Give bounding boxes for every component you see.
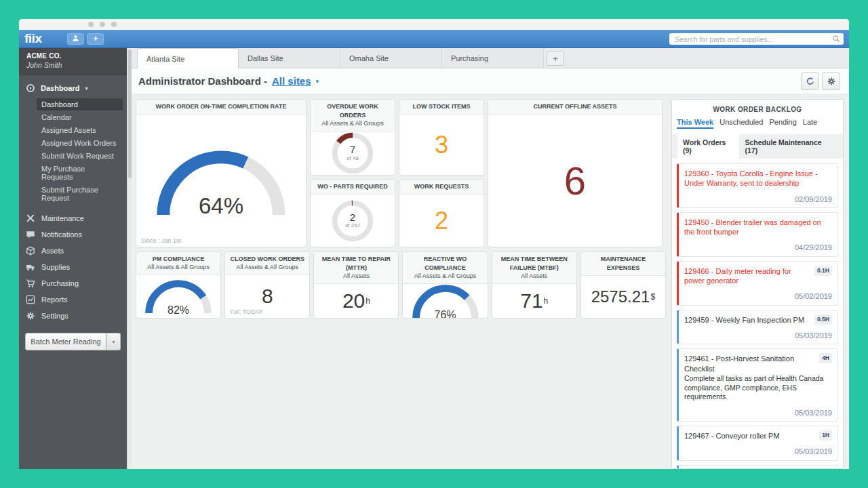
backlog-tab-unscheduled[interactable]: Unscheduled xyxy=(719,118,763,129)
estimated-hours-badge: 1H xyxy=(819,430,832,441)
sidebar-item-maintenance[interactable]: Maintenance xyxy=(19,210,127,226)
mtbf-value: 71 xyxy=(520,289,542,312)
window-control-dot[interactable] xyxy=(111,22,117,27)
app-window: fiix + ACME CO. John Smith xyxy=(19,19,849,469)
completion-gauge-chart: 64% xyxy=(149,150,293,222)
backlog-tab-late[interactable]: Late xyxy=(803,118,817,129)
mtbf-unit: h xyxy=(544,296,549,306)
sidebar-item-calendar[interactable]: Calendar xyxy=(37,111,123,123)
work-order-item[interactable]: 0.8H 129460 - Monthly Hydrant Inspection… xyxy=(677,465,838,468)
sidebar-item-assigned-assets[interactable]: Assigned Assets xyxy=(37,124,123,136)
site-filter-link[interactable]: All sites xyxy=(272,75,311,87)
card-subtitle: All Assets & All Groups xyxy=(314,120,391,128)
window-titlebar xyxy=(19,19,849,30)
work-order-date: 02/09/2019 xyxy=(684,195,832,204)
truck-icon xyxy=(26,262,35,272)
card-subtitle: All Assets & All Groups xyxy=(229,264,306,272)
sidebar-item-reports[interactable]: Reports xyxy=(19,291,127,308)
page-scrollbar[interactable] xyxy=(127,48,132,469)
reactive-compliance-gauge: 76% xyxy=(410,285,481,319)
company-name: ACME CO. xyxy=(26,52,119,60)
refresh-button[interactable] xyxy=(801,73,819,90)
sidebar-item-my-purchase-requests[interactable]: My Purchase Requests xyxy=(37,163,123,183)
card-mttr: MEAN TIME TO REPAIR (MTTR) All Assets 20… xyxy=(313,251,399,319)
search-input[interactable] xyxy=(669,33,844,45)
since-footnote: Since : Jan 1st xyxy=(141,237,181,244)
sidebar: ACME CO. John Smith Dashboard ▾ Dashboar… xyxy=(19,48,127,469)
subtab-work-orders[interactable]: Work Orders (9) xyxy=(677,134,739,159)
work-requests-value: 2 xyxy=(435,207,448,235)
global-search xyxy=(669,33,844,45)
sidebar-item-notifications[interactable]: Notifications xyxy=(19,226,127,243)
for-today-footnote: For: TODAY xyxy=(230,308,263,315)
card-title: REACTIVE WO COMPLIANCE xyxy=(406,255,484,272)
sidebar-item-submit-work-request[interactable]: Submit Work Request xyxy=(37,150,123,162)
subtab-schedule-maintenance[interactable]: Schedule Maintenance (17) xyxy=(739,134,837,159)
search-icon xyxy=(832,35,840,43)
closed-work-orders-value: 8 xyxy=(262,285,273,308)
work-order-item[interactable]: 4H 129461 - Post-Harvest Sanitation Chec… xyxy=(677,348,838,422)
tab-dallas-site[interactable]: Dallas Site xyxy=(239,48,340,68)
work-order-item[interactable]: 129450 - Blender trailer was damaged on … xyxy=(677,212,838,257)
card-closed-work-orders: CLOSED WORK ORDERS All Assets & All Grou… xyxy=(224,251,310,319)
card-subtitle: All Assets & All Groups xyxy=(406,272,484,281)
work-order-title: 129461 - Post-Harvest Sanitation Checkli… xyxy=(684,354,832,373)
tab-purchasing[interactable]: Purchasing xyxy=(442,48,544,68)
sidebar-item-assigned-work-orders[interactable]: Assigned Work Orders xyxy=(37,137,123,149)
dashboard-icon xyxy=(26,83,35,93)
add-tab-button[interactable]: + xyxy=(547,51,564,66)
sidebar-item-settings[interactable]: Settings xyxy=(19,308,127,324)
add-button[interactable]: + xyxy=(87,33,104,45)
window-control-dot[interactable] xyxy=(88,22,94,27)
expenses-unit: $ xyxy=(650,292,655,302)
sidebar-item-assets[interactable]: Assets xyxy=(19,243,127,259)
low-stock-value: 3 xyxy=(435,131,448,159)
estimated-hours-badge: 0.5H xyxy=(814,314,832,325)
card-subtitle: All Assets xyxy=(496,272,573,281)
work-order-item[interactable]: 1H 129467 - Conveyor roller PM 05/03/201… xyxy=(677,426,838,461)
overdue-donut-chart: 7 of 48 xyxy=(330,130,376,176)
user-name: John Smith xyxy=(26,61,119,69)
card-title: WORK REQUESTS xyxy=(403,182,480,191)
work-order-item[interactable]: 0.1H 129466 - Daily meter reading for po… xyxy=(677,261,838,306)
work-order-item[interactable]: 129360 - Toyota Corolla - Engine Issue -… xyxy=(677,163,838,208)
work-order-date: 05/03/2019 xyxy=(684,408,832,418)
tab-omaha-site[interactable]: Omaha Site xyxy=(340,48,442,68)
completion-value: 64% xyxy=(149,193,293,219)
card-pm-compliance: PM COMPLIANCE All Assets & All Groups 8 xyxy=(136,251,221,319)
batch-meter-reading-button[interactable]: Batch Meter Reading xyxy=(25,333,106,350)
tab-atlanta-site[interactable]: Atlanta Site xyxy=(137,48,239,68)
backlog-tab-this-week[interactable]: This Week xyxy=(677,118,713,129)
dashboard-header: Administrator Dashboard - All sites ▾ xyxy=(132,68,849,94)
work-order-title: 129450 - Blender trailer was damaged on … xyxy=(684,218,832,237)
app-topbar: fiix + xyxy=(19,30,849,48)
sidebar-item-dashboard-sub[interactable]: Dashboard xyxy=(37,98,123,110)
dashboard-settings-button[interactable] xyxy=(822,73,840,90)
sidebar-item-dashboard[interactable]: Dashboard ▾ xyxy=(19,81,127,95)
card-work-requests: WORK REQUESTS 2 xyxy=(399,179,484,247)
window-control-dot[interactable] xyxy=(100,22,105,27)
scrollbar-thumb[interactable] xyxy=(128,49,132,178)
card-title: WORK ORDER ON-TIME COMPLETION RATE xyxy=(140,102,302,111)
sidebar-item-purchasing[interactable]: Purchasing xyxy=(19,275,127,291)
batch-meter-dropdown-button[interactable]: ▾ xyxy=(106,333,121,350)
expenses-value: 2575.21 xyxy=(591,287,650,306)
user-button[interactable] xyxy=(67,33,84,45)
parts-donut-chart: 2 of 297 xyxy=(330,198,376,244)
work-order-title: 129360 - Toyota Corolla - Engine Issue -… xyxy=(684,169,832,188)
sidebar-item-submit-purchase-request[interactable]: Submit Purchase Request xyxy=(37,184,123,204)
card-maintenance-expenses: MAINTENANCE EXPENSES 2575.21 $ xyxy=(580,251,666,319)
chevron-down-icon: ▾ xyxy=(85,85,87,92)
card-mtbf: MEAN TIME BETWEEN FAILURE (MTBF) All Ass… xyxy=(492,251,577,319)
page-title: Administrator Dashboard - xyxy=(138,75,267,87)
report-chart-icon xyxy=(26,295,35,304)
chevron-down-icon: ▾ xyxy=(112,339,115,345)
sidebar-item-supplies[interactable]: Supplies xyxy=(19,259,127,275)
backlog-tab-pending[interactable]: Pending xyxy=(769,118,796,129)
card-reactive-compliance: REACTIVE WO COMPLIANCE All Assets & All … xyxy=(402,251,488,319)
work-order-item[interactable]: 0.5H 129459 - Weekly Fan Inspection PM 0… xyxy=(677,310,838,345)
card-title: CLOSED WORK ORDERS xyxy=(229,255,306,264)
card-title: LOW STOCK ITEMS xyxy=(403,102,480,111)
tools-icon xyxy=(26,214,35,223)
work-order-date: 05/02/2019 xyxy=(684,291,832,301)
